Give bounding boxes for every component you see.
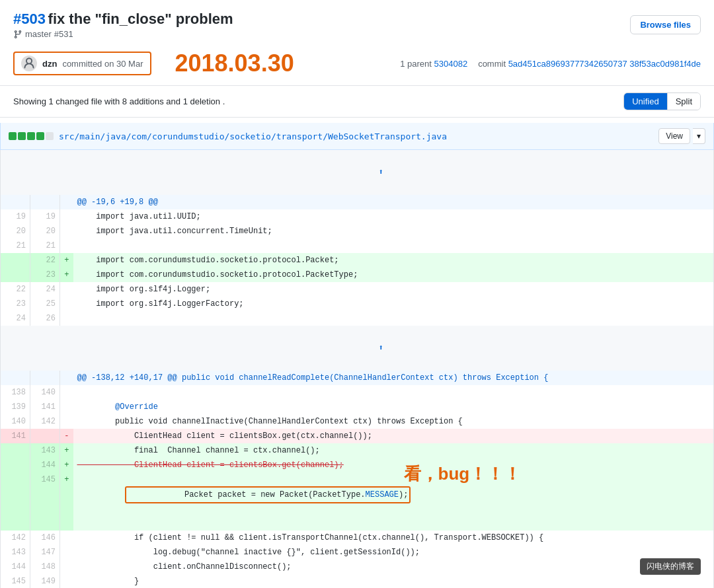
expand-icon-2[interactable]: ⬆: [378, 344, 383, 353]
hunk-header-2: @@ -138,12 +140,17 @@ public void channe…: [1, 371, 714, 385]
unified-view-button[interactable]: Unified: [624, 93, 667, 110]
diff-block-add-3: [27, 132, 35, 140]
commit-hash-link[interactable]: 5ad451ca89693777342650737 38f53ac0d981f4…: [508, 59, 701, 69]
diff-block-neutral: [46, 132, 54, 140]
commit-label: commit: [478, 59, 506, 69]
expand-row-1: ⬆: [1, 150, 714, 195]
file-expand-button[interactable]: ▾: [693, 128, 705, 144]
browse-files-button[interactable]: Browse files: [630, 15, 701, 34]
diff-table: ⬆ @@ -19,6 +19,8 @@ 19 19 import java.ut…: [0, 150, 714, 588]
commit-title: #503 fix the "fin_close" problem: [13, 11, 233, 28]
expand-row-2: ⬆: [1, 326, 714, 371]
table-row: 19 19 import java.util.UUID;: [1, 209, 714, 224]
table-row: 24 26: [1, 311, 714, 326]
commit-header: #503 fix the "fin_close" problem master …: [0, 0, 714, 44]
file-view-button[interactable]: View: [658, 128, 690, 144]
table-row: 21 21: [1, 239, 714, 253]
table-row: 142 146 if (client != null && client.isT…: [1, 531, 714, 545]
commit-hash-area: 1 parent 5304082 commit 5ad451ca89693777…: [400, 59, 701, 69]
expand-icon-1[interactable]: ⬆: [378, 168, 383, 177]
file-header-left: src/main/java/com/corundumstudio/socketi…: [9, 131, 447, 141]
committer-box: dzn committed on 30 Mar: [13, 52, 151, 75]
diff-block-add-4: [36, 132, 44, 140]
table-row-annotated: 145 + Packet packet = new Packet(PacketT…: [1, 472, 714, 531]
diff-stat-blocks: [9, 132, 54, 140]
table-row: 22 24 import org.slf4j.Logger;: [1, 282, 714, 297]
diff-block-add-1: [9, 132, 17, 140]
bug-annotation: 看，bug！！！: [404, 467, 522, 480]
files-changed-bar: Showing 1 changed file with 8 additions …: [0, 86, 714, 118]
watermark: 闪电侠的博客: [640, 558, 701, 575]
table-row: 141 - ClientHead client = clientsBox.get…: [1, 429, 714, 443]
table-row: 145 149 }: [1, 574, 714, 588]
split-view-button[interactable]: Split: [668, 93, 700, 110]
page-container: #503 fix the "fin_close" problem master …: [0, 0, 714, 588]
table-row: 143 + final Channel channel = ctx.channe…: [1, 443, 714, 458]
files-changed-text: Showing 1 changed file with 8 additions …: [13, 96, 225, 106]
avatar: [21, 55, 37, 71]
diff-block-add-2: [18, 132, 26, 140]
table-row: 23 25 import org.slf4j.LoggerFactory;: [1, 297, 714, 311]
branch-icon: [13, 30, 22, 39]
table-row: 143 147 log.debug("channel inactive {}",…: [1, 545, 714, 560]
parent-label: 1 parent: [400, 59, 432, 69]
view-toggle: Unified Split: [623, 92, 701, 110]
table-row: 20 20 import java.util.concurrent.TimeUn…: [1, 224, 714, 239]
table-row: 138 140: [1, 385, 714, 400]
file-header: src/main/java/com/corundumstudio/socketi…: [0, 123, 714, 150]
hunk-header-1: @@ -19,6 +19,8 @@: [1, 195, 714, 209]
parent-hash-link[interactable]: 5304082: [434, 59, 468, 69]
commit-date-large: 2018.03.30: [175, 50, 294, 77]
file-path: src/main/java/com/corundumstudio/socketi…: [59, 131, 447, 141]
committer-name: dzn: [42, 59, 57, 69]
table-row: 144 + ClientHead client = clientsBox.get…: [1, 458, 714, 472]
table-row: 139 141 @Override: [1, 400, 714, 414]
table-row: 144 148 client.onChannelDisconnect();: [1, 560, 714, 574]
commit-info-row: dzn committed on 30 Mar 2018.03.30 1 par…: [0, 44, 714, 86]
table-row: 140 142 public void channelInactive(Chan…: [1, 414, 714, 429]
file-header-right: View ▾: [658, 128, 705, 144]
commit-title-area: #503 fix the "fin_close" problem master …: [13, 11, 233, 39]
commit-subtitle: master #531: [13, 29, 233, 39]
table-row: 22 + import com.corundumstudio.socketio.…: [1, 253, 714, 268]
table-row: 23 + import com.corundumstudio.socketio.…: [1, 268, 714, 282]
committed-on-text: committed on 30 Mar: [62, 59, 143, 69]
annotated-code: Packet packet = new Packet(PacketType.ME…: [125, 486, 411, 503]
